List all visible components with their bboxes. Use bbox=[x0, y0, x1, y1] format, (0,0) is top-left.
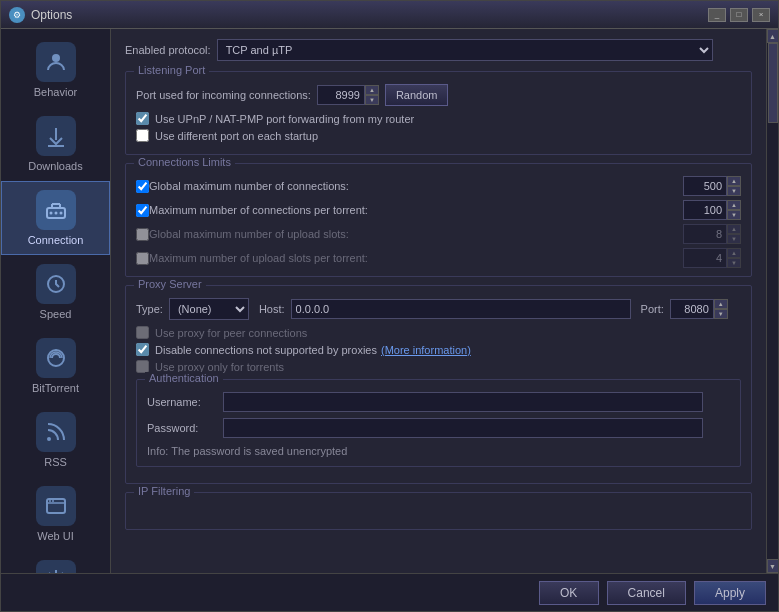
proxy-torrents-label: Use proxy only for torrents bbox=[155, 361, 284, 373]
conn-checkbox-2[interactable] bbox=[136, 228, 149, 241]
sidebar-label-bittorrent: BitTorrent bbox=[32, 382, 79, 394]
behavior-icon bbox=[36, 42, 76, 82]
scroll-up-button[interactable]: ▲ bbox=[767, 29, 779, 43]
proxy-port-down[interactable]: ▼ bbox=[714, 309, 728, 319]
conn-spinner-btns-3: ▲ ▼ bbox=[727, 248, 741, 268]
port-decrement-button[interactable]: ▼ bbox=[365, 95, 379, 105]
sidebar-item-webui[interactable]: Web UI bbox=[1, 477, 110, 551]
footer: OK Cancel Apply bbox=[1, 573, 778, 611]
svg-point-8 bbox=[47, 437, 51, 441]
title-bar: ⚙ Options _ □ × bbox=[1, 1, 778, 29]
different-port-checkbox[interactable] bbox=[136, 129, 149, 142]
listening-port-title: Listening Port bbox=[134, 64, 209, 76]
scroll-thumb[interactable] bbox=[768, 43, 778, 123]
ip-filtering-content bbox=[136, 501, 741, 521]
username-label: Username: bbox=[147, 396, 217, 408]
proxy-port-spinner: 8080 ▲ ▼ bbox=[670, 299, 728, 319]
proxy-type-select[interactable]: (None) bbox=[169, 298, 249, 320]
conn-up-0[interactable]: ▲ bbox=[727, 176, 741, 186]
conn-down-1[interactable]: ▼ bbox=[727, 210, 741, 220]
close-button[interactable]: × bbox=[752, 8, 770, 22]
port-label: Port used for incoming connections: bbox=[136, 89, 311, 101]
minimize-button[interactable]: _ bbox=[708, 8, 726, 22]
conn-down-0[interactable]: ▼ bbox=[727, 186, 741, 196]
proxy-disable-checkbox[interactable] bbox=[136, 343, 149, 356]
conn-checkbox-0[interactable] bbox=[136, 180, 149, 193]
conn-spinner-1: ▲ ▼ bbox=[683, 200, 741, 220]
proxy-port-up[interactable]: ▲ bbox=[714, 299, 728, 309]
cancel-button[interactable]: Cancel bbox=[607, 581, 686, 605]
proxy-server-group: Proxy Server Type: (None) Host: 0.0.0.0 … bbox=[125, 285, 752, 484]
svg-point-0 bbox=[52, 54, 60, 62]
sidebar-label-behavior: Behavior bbox=[34, 86, 77, 98]
auth-info-text: Info: The password is saved unencrypted bbox=[147, 443, 347, 459]
conn-down-2: ▼ bbox=[727, 234, 741, 244]
ip-filtering-title: IP Filtering bbox=[134, 485, 194, 497]
sidebar-item-behavior[interactable]: Behavior bbox=[1, 33, 110, 107]
sidebar-label-downloads: Downloads bbox=[28, 160, 82, 172]
scrollbar-right: ▲ ▼ bbox=[766, 29, 778, 573]
sidebar-item-downloads[interactable]: Downloads bbox=[1, 107, 110, 181]
password-input[interactable] bbox=[223, 418, 703, 438]
username-input[interactable] bbox=[223, 392, 703, 412]
auth-content: Username: Password: Info: The password i… bbox=[147, 392, 730, 458]
port-spinner: 8999 ▲ ▼ bbox=[317, 85, 379, 105]
window-icon: ⚙ bbox=[9, 7, 25, 23]
scroll-track bbox=[767, 43, 779, 559]
conn-value-0[interactable] bbox=[683, 176, 727, 196]
conn-spinner-btns-0: ▲ ▼ bbox=[727, 176, 741, 196]
conn-up-3: ▲ bbox=[727, 248, 741, 258]
conn-label-0: Global maximum number of connections: bbox=[149, 180, 683, 192]
proxy-peer-label: Use proxy for peer connections bbox=[155, 327, 307, 339]
svg-point-11 bbox=[49, 500, 51, 502]
conn-checkbox-3[interactable] bbox=[136, 252, 149, 265]
upnp-row: Use UPnP / NAT-PMP port forwarding from … bbox=[136, 112, 741, 125]
conn-spinner-btns-2: ▲ ▼ bbox=[727, 224, 741, 244]
proxy-host-input[interactable]: 0.0.0.0 bbox=[291, 299, 631, 319]
port-input[interactable]: 8999 bbox=[317, 85, 365, 105]
speed-icon bbox=[36, 264, 76, 304]
random-port-button[interactable]: Random bbox=[385, 84, 449, 106]
protocol-select[interactable]: TCP and µTP bbox=[217, 39, 713, 61]
auth-title: Authentication bbox=[145, 372, 223, 384]
port-increment-button[interactable]: ▲ bbox=[365, 85, 379, 95]
sidebar-item-speed[interactable]: Speed bbox=[1, 255, 110, 329]
sidebar-item-advanced[interactable]: Advanced bbox=[1, 551, 110, 573]
svg-point-3 bbox=[49, 212, 52, 215]
proxy-host-label: Host: bbox=[259, 303, 285, 315]
conn-up-1[interactable]: ▲ bbox=[727, 200, 741, 210]
conn-up-2: ▲ bbox=[727, 224, 741, 234]
proxy-port-label: Port: bbox=[641, 303, 664, 315]
window-title: Options bbox=[31, 8, 72, 22]
upnp-checkbox[interactable] bbox=[136, 112, 149, 125]
maximize-button[interactable]: □ bbox=[730, 8, 748, 22]
proxy-port-btns: ▲ ▼ bbox=[714, 299, 728, 319]
proxy-disable-label: Disable connections not supported by pro… bbox=[155, 344, 377, 356]
conn-spinner-0: ▲ ▼ bbox=[683, 176, 741, 196]
sidebar-item-connection[interactable]: Connection bbox=[1, 181, 110, 255]
conn-row-1: Maximum number of connections per torren… bbox=[136, 200, 741, 220]
conn-value-1[interactable] bbox=[683, 200, 727, 220]
apply-button[interactable]: Apply bbox=[694, 581, 766, 605]
protocol-label: Enabled protocol: bbox=[125, 44, 211, 56]
connection-limits-group: Connections Limits Global maximum number… bbox=[125, 163, 752, 277]
sidebar-item-bittorrent[interactable]: BitTorrent bbox=[1, 329, 110, 403]
port-row: Port used for incoming connections: 8999… bbox=[136, 84, 741, 106]
rss-icon bbox=[36, 412, 76, 452]
svg-point-4 bbox=[54, 212, 57, 215]
connection-limits-title: Connections Limits bbox=[134, 156, 235, 168]
scroll-down-button[interactable]: ▼ bbox=[767, 559, 779, 573]
ok-button[interactable]: OK bbox=[539, 581, 599, 605]
window-controls: _ □ × bbox=[708, 8, 770, 22]
auth-info: Info: The password is saved unencrypted bbox=[147, 444, 730, 458]
proxy-port-input[interactable]: 8080 bbox=[670, 299, 714, 319]
conn-spinner-btns-1: ▲ ▼ bbox=[727, 200, 741, 220]
different-port-row: Use different port on each startup bbox=[136, 129, 741, 142]
protocol-row: Enabled protocol: TCP and µTP bbox=[125, 39, 752, 61]
sidebar-item-rss[interactable]: RSS bbox=[1, 403, 110, 477]
conn-checkbox-1[interactable] bbox=[136, 204, 149, 217]
conn-value-2 bbox=[683, 224, 727, 244]
proxy-peer-checkbox[interactable] bbox=[136, 326, 149, 339]
conn-label-2: Global maximum number of upload slots: bbox=[149, 228, 683, 240]
proxy-more-info-link[interactable]: (More information) bbox=[381, 344, 471, 356]
